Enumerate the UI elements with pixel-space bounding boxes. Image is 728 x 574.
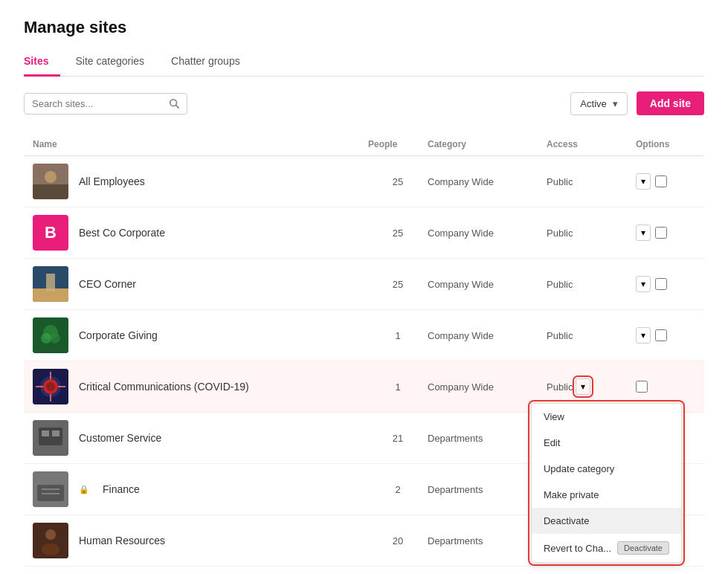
access-value: Public — [547, 330, 573, 341]
site-name-cell: 🔒 Finance — [33, 471, 368, 507]
col-header-access: Access — [547, 139, 636, 149]
svg-point-15 — [46, 382, 55, 391]
dropdown-item-view[interactable]: View — [532, 404, 681, 430]
site-name-cell: Corporate Giving — [33, 317, 368, 353]
options-dropdown-button[interactable]: ▾ — [636, 173, 651, 190]
tab-site-categories[interactable]: Site categories — [75, 49, 156, 77]
tab-sites[interactable]: Sites — [24, 49, 60, 77]
table-row: CEO Corner 25 Company Wide Public ▾ — [24, 259, 704, 310]
site-name-cell: All Employees — [33, 164, 368, 199]
site-thumbnail: B — [33, 215, 68, 251]
site-name: Human Resources — [79, 535, 165, 546]
options-dropdown-button[interactable]: ▾ — [636, 276, 651, 292]
people-count: 21 — [368, 433, 428, 444]
svg-rect-23 — [52, 430, 59, 436]
svg-point-11 — [50, 333, 60, 344]
category: Departments — [428, 484, 547, 495]
access-value: Public — [547, 176, 573, 187]
svg-point-10 — [41, 333, 51, 344]
site-thumbnail — [33, 317, 68, 353]
site-thumbnail — [33, 266, 68, 302]
site-name-cell: CEO Corner — [33, 266, 368, 302]
add-site-button[interactable]: Add site — [637, 91, 704, 115]
access-options-dropdown-button[interactable]: ▾ — [576, 378, 590, 395]
site-thumbnail — [33, 420, 68, 456]
table-row: Critical Communications (COVID-19) 1 Com… — [24, 361, 704, 413]
options-cell: ▾ — [636, 276, 695, 292]
access-cell: Public ▾ — [547, 378, 636, 395]
site-thumbnail — [33, 164, 68, 199]
toolbar-right: Active ▾ Add site — [570, 91, 704, 115]
options-cell: ▾ — [636, 225, 695, 241]
access-value: Public — [547, 381, 573, 393]
toolbar: Active ▾ Add site — [24, 91, 704, 115]
access-cell: Public — [547, 228, 636, 239]
dropdown-menu: View Edit Update category Make private D… — [531, 403, 682, 563]
svg-point-29 — [45, 529, 56, 540]
options-dropdown-button[interactable]: ▾ — [636, 327, 651, 344]
dropdown-item-make-private[interactable]: Make private — [532, 482, 681, 508]
row-checkbox[interactable] — [655, 329, 667, 341]
table-row: All Employees 25 Company Wide Public ▾ — [24, 156, 704, 207]
options-cell: ▾ — [636, 173, 695, 190]
col-header-people: People — [368, 139, 428, 149]
svg-rect-7 — [46, 274, 55, 291]
status-dropdown[interactable]: Active ▾ — [570, 92, 627, 115]
dropdown-item-deactivate[interactable]: Deactivate — [532, 508, 681, 534]
col-header-category: Category — [428, 139, 547, 149]
category: Company Wide — [428, 330, 547, 341]
site-name: Critical Communications (COVID-19) — [79, 381, 249, 393]
status-label: Active — [580, 98, 606, 109]
row-checkbox[interactable] — [655, 175, 667, 187]
lock-icon: 🔒 — [79, 485, 89, 494]
access-cell: Public — [547, 330, 636, 341]
options-dropdown-button[interactable]: ▾ — [636, 225, 651, 241]
dropdown-item-revert[interactable]: Revert to Cha... Deactivate — [532, 534, 681, 562]
site-name: Customer Service — [79, 432, 161, 444]
category: Company Wide — [428, 176, 547, 187]
site-name-cell: Human Resources — [33, 523, 368, 558]
access-cell: Public — [547, 279, 636, 290]
site-name: CEO Corner — [79, 278, 136, 290]
row-checkbox[interactable] — [636, 381, 648, 393]
site-name-cell: Critical Communications (COVID-19) — [33, 369, 368, 404]
site-name: All Employees — [79, 175, 145, 187]
dropdown-item-update-category[interactable]: Update category — [532, 456, 681, 482]
col-header-options: Options — [636, 139, 695, 149]
site-name-cell: Customer Service — [33, 420, 368, 456]
access-value: Public — [547, 228, 573, 239]
site-name: Best Co Corporate — [79, 227, 165, 239]
tab-chatter-groups[interactable]: Chatter groups — [171, 49, 252, 77]
category: Departments — [428, 433, 547, 444]
row-checkbox[interactable] — [655, 227, 667, 239]
row-checkbox[interactable] — [655, 278, 667, 290]
site-name: Corporate Giving — [79, 329, 158, 341]
category: Company Wide — [428, 228, 547, 239]
site-thumbnail — [33, 369, 68, 404]
access-value: Public — [547, 279, 573, 290]
revert-label: Revert to Cha... — [544, 543, 611, 554]
people-count: 25 — [368, 279, 428, 290]
table-header: Name People Category Access Options — [24, 133, 704, 156]
svg-rect-3 — [33, 184, 68, 199]
site-thumbnail — [33, 523, 68, 558]
people-count: 1 — [368, 381, 428, 393]
page-title: Manage sites — [24, 18, 704, 37]
col-header-name: Name — [33, 139, 368, 149]
search-input[interactable] — [32, 98, 164, 109]
search-icon — [169, 98, 179, 109]
site-name-cell: B Best Co Corporate — [33, 215, 368, 251]
people-count: 25 — [368, 228, 428, 239]
svg-point-4 — [45, 171, 57, 183]
people-count: 2 — [368, 484, 428, 495]
tabs-container: Sites Site categories Chatter groups — [24, 49, 704, 77]
deactivate-tooltip-label[interactable]: Deactivate — [617, 541, 669, 555]
people-count: 1 — [368, 330, 428, 341]
svg-line-1 — [176, 106, 179, 109]
svg-point-30 — [42, 544, 59, 555]
options-cell — [636, 381, 695, 393]
category: Departments — [428, 535, 547, 546]
dropdown-item-edit[interactable]: Edit — [532, 430, 681, 456]
table-row: Corporate Giving 1 Company Wide Public ▾ — [24, 310, 704, 361]
svg-rect-22 — [42, 430, 49, 436]
